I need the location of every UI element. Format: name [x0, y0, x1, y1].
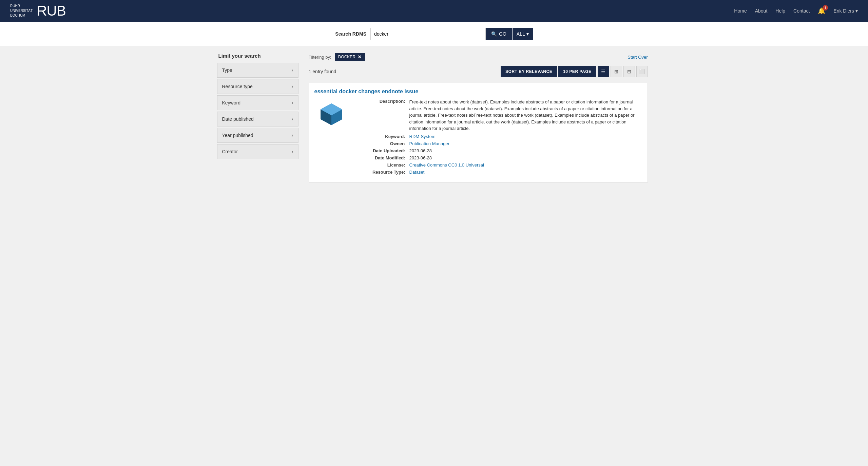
university-name: RUHR UNIVERSITÄT BOCHUM [10, 4, 33, 18]
date-uploaded-key: Date Uploaded: [355, 148, 409, 153]
nav-help[interactable]: Help [775, 8, 785, 14]
view-grid-button[interactable]: ⊞ [611, 66, 622, 77]
meta-date-uploaded-row: Date Uploaded: 2023-06-28 [355, 148, 642, 153]
keyword-value: RDM-System [409, 134, 642, 139]
all-dropdown-icon: ▾ [526, 31, 529, 37]
meta-resource-type-row: Resource Type: Dataset [355, 170, 642, 175]
facet-resource-type-label: Resource type [222, 84, 253, 89]
facet-year-published-label: Year published [222, 133, 253, 138]
facet-year-published[interactable]: Year published › [217, 128, 298, 143]
header: RUHR UNIVERSITÄT BOCHUM RUB Home About H… [0, 0, 868, 22]
start-over-link[interactable]: Start Over [628, 55, 648, 60]
facet-year-published-arrow: › [291, 132, 293, 138]
sort-button[interactable]: SORT BY RELEVANCE [501, 66, 557, 77]
content-area: Filtering by: DOCKER ✕ Start Over 1 entr… [302, 53, 655, 188]
resource-type-value: Dataset [409, 170, 642, 175]
keyword-key: Keyword: [355, 134, 409, 139]
sidebar-title: Limit your search [217, 53, 298, 59]
facet-resource-type[interactable]: Resource type › [217, 79, 298, 94]
facet-type[interactable]: Type › [217, 63, 298, 78]
main-nav: Home About Help Contact 🔔 1 Erik Diers ▾ [734, 7, 858, 15]
cube-icon [318, 101, 345, 128]
facet-date-published-arrow: › [291, 116, 293, 122]
facet-date-published[interactable]: Date published › [217, 112, 298, 127]
facet-keyword-label: Keyword [222, 100, 240, 105]
results-count: 1 entry found [309, 69, 336, 74]
result-body: Description: Free-text notes about the w… [314, 99, 642, 177]
search-icon: 🔍 [491, 31, 497, 37]
sidebar: Limit your search Type › Resource type ›… [214, 53, 302, 188]
meta-date-modified-row: Date Modified: 2023-06-28 [355, 155, 642, 160]
main-layout: Limit your search Type › Resource type ›… [214, 46, 655, 195]
filter-tag-remove-icon[interactable]: ✕ [358, 54, 362, 60]
owner-key: Owner: [355, 141, 409, 146]
nav-contact[interactable]: Contact [793, 8, 810, 14]
view-gallery-button[interactable]: ⊟ [623, 66, 635, 77]
facet-keyword[interactable]: Keyword › [217, 95, 298, 110]
facet-resource-type-arrow: › [291, 83, 293, 90]
user-menu[interactable]: Erik Diers ▾ [833, 8, 858, 14]
result-thumbnail [314, 99, 348, 177]
result-title[interactable]: essential docker changes endnote issue [314, 89, 642, 95]
toolbar-right: SORT BY RELEVANCE 10 PER PAGE ☰ ⊞ ⊟ ⬜ [501, 66, 648, 77]
keyword-link[interactable]: RDM-System [409, 134, 436, 139]
license-link[interactable]: Creative Commons CC0 1.0 Universal [409, 162, 484, 168]
license-key: License: [355, 162, 409, 168]
meta-license-row: License: Creative Commons CC0 1.0 Univer… [355, 162, 642, 168]
facet-date-published-label: Date published [222, 116, 254, 122]
date-modified-value: 2023-06-28 [409, 155, 642, 160]
filter-bar: Filtering by: DOCKER ✕ Start Over [309, 53, 648, 61]
description-value: Free-text notes about the work (dataset)… [409, 99, 642, 132]
nav-about[interactable]: About [755, 8, 768, 14]
result-meta: Description: Free-text notes about the w… [355, 99, 642, 177]
filtering-by-label: Filtering by: [309, 55, 331, 60]
owner-link[interactable]: Publication Manager [409, 141, 450, 146]
facet-type-label: Type [222, 67, 232, 73]
facet-type-arrow: › [291, 67, 293, 73]
view-list-button[interactable]: ☰ [598, 66, 609, 77]
search-label: Search RDMS [335, 31, 366, 37]
filter-tag-label: DOCKER [338, 55, 355, 59]
meta-keyword-row: Keyword: RDM-System [355, 134, 642, 139]
nav-home[interactable]: Home [734, 8, 747, 14]
user-name: Erik Diers [833, 8, 854, 14]
owner-value: Publication Manager [409, 141, 642, 146]
user-dropdown-icon: ▾ [855, 8, 858, 14]
facet-creator-label: Creator [222, 149, 238, 154]
search-input[interactable] [370, 28, 486, 40]
per-page-button[interactable]: 10 PER PAGE [558, 66, 596, 77]
date-modified-key: Date Modified: [355, 155, 409, 160]
search-all-button[interactable]: ALL ▾ [513, 28, 533, 40]
logo-text: RUHR UNIVERSITÄT BOCHUM [10, 4, 33, 18]
date-uploaded-value: 2023-06-28 [409, 148, 642, 153]
facet-creator-arrow: › [291, 149, 293, 155]
resource-type-key: Resource Type: [355, 170, 409, 175]
search-bar: Search RDMS 🔍 GO ALL ▾ [0, 22, 868, 46]
filter-left: Filtering by: DOCKER ✕ [309, 53, 365, 61]
result-item: essential docker changes endnote issue D… [309, 83, 648, 182]
logo-area: RUHR UNIVERSITÄT BOCHUM RUB [10, 3, 66, 19]
notification-badge: 1 [823, 5, 828, 11]
meta-description-row: Description: Free-text notes about the w… [355, 99, 642, 132]
license-value: Creative Commons CC0 1.0 Universal [409, 162, 642, 168]
facet-creator[interactable]: Creator › [217, 144, 298, 159]
facet-keyword-arrow: › [291, 100, 293, 106]
search-go-button[interactable]: 🔍 GO [486, 28, 512, 40]
search-input-group: 🔍 GO ALL ▾ [370, 28, 533, 40]
view-slideshow-button[interactable]: ⬜ [636, 66, 648, 77]
results-toolbar: 1 entry found SORT BY RELEVANCE 10 PER P… [309, 66, 648, 77]
resource-type-link[interactable]: Dataset [409, 170, 425, 175]
meta-owner-row: Owner: Publication Manager [355, 141, 642, 146]
notification-bell[interactable]: 🔔 1 [818, 7, 825, 15]
logo-rub: RUB [37, 3, 66, 19]
description-key: Description: [355, 99, 409, 132]
filter-tag-docker[interactable]: DOCKER ✕ [335, 53, 365, 61]
